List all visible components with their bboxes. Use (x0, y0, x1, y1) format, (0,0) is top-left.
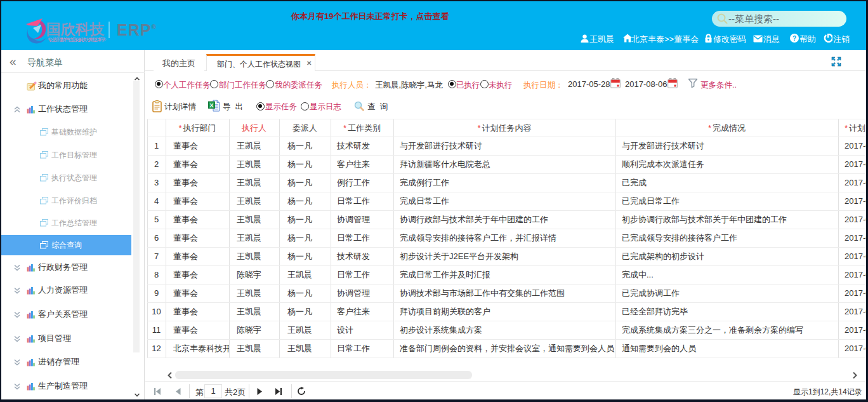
svg-text:X: X (209, 102, 214, 109)
svg-text:?: ? (792, 35, 796, 42)
svg-text:专业管理软件 信息化解决方案提供商®: 专业管理软件 信息化解决方案提供商® (48, 37, 106, 43)
